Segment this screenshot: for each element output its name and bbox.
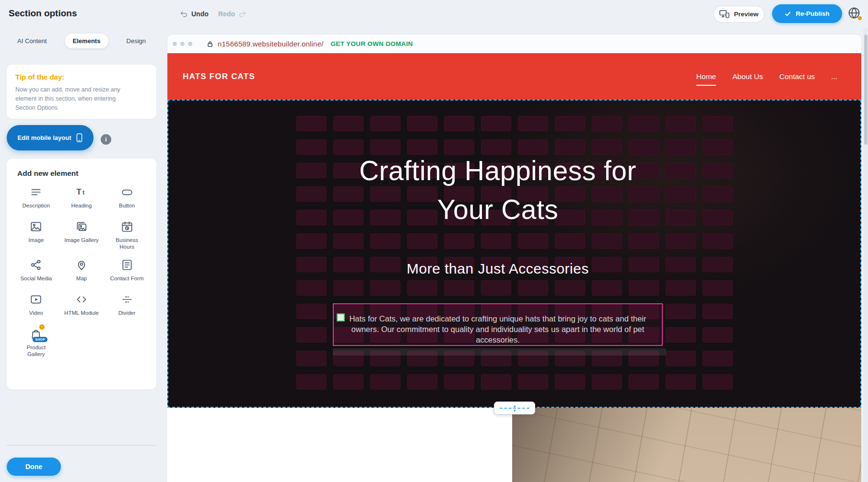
undo-icon [179, 10, 188, 18]
shop-badge: SHOP [33, 337, 47, 342]
image-gallery-icon [75, 220, 88, 233]
add-element-social-media[interactable]: Social Media [13, 258, 59, 285]
notification-dot [858, 16, 862, 20]
nav-contact-us[interactable]: Contact us [779, 72, 815, 81]
svg-text:t: t [82, 189, 84, 196]
add-element-contact-form[interactable]: Contact Form [104, 258, 150, 285]
get-your-own-domain-link[interactable]: GET YOUR OWN DOMAIN [331, 40, 413, 47]
window-dot [173, 42, 177, 46]
hero-subheading[interactable]: More than Just Accessories [333, 261, 663, 277]
devices-icon [719, 10, 729, 18]
window-dot [188, 42, 192, 46]
element-label: Description [23, 202, 50, 209]
tab-ai-content[interactable]: AI Content [17, 34, 47, 48]
hero-body-text: Hats for Cats, we are dedicated to craft… [334, 304, 662, 345]
business-hours-icon [120, 220, 134, 233]
map-icon [75, 258, 88, 272]
site-nav: Home About Us Contact us ... [696, 72, 837, 81]
add-element-business-hours[interactable]: Business Hours [104, 220, 150, 251]
divider-icon [120, 293, 134, 306]
element-label: Image Gallery [64, 237, 99, 243]
social-media-icon [29, 258, 43, 272]
check-icon [785, 11, 791, 17]
product-gallery-icon: SHOP ↑ [29, 327, 43, 341]
element-label: Image [28, 237, 44, 243]
redo-button[interactable]: Redo [218, 8, 247, 20]
add-element-html-module[interactable]: HTML Module [59, 293, 105, 320]
preview-button[interactable]: Preview [714, 6, 764, 23]
contact-form-icon [120, 258, 134, 272]
arrow-up-icon: ▴ [514, 404, 516, 407]
add-element-image[interactable]: Image [13, 220, 59, 251]
element-hover-ghost [333, 348, 666, 356]
add-element-divider[interactable]: Divider [104, 293, 150, 320]
element-label: Contact Form [110, 275, 144, 282]
scrollbar-thumb[interactable] [864, 34, 868, 145]
element-label: Product Gallery [17, 344, 55, 358]
nav-home[interactable]: Home [696, 72, 716, 81]
element-grid: Description Tt Heading Button Image Imag… [13, 185, 150, 358]
element-resize-handle[interactable] [337, 313, 345, 321]
next-section-blank[interactable] [167, 408, 512, 482]
add-element-map[interactable]: Map [59, 258, 105, 285]
heading-icon: Tt [75, 185, 88, 199]
site-url: n1566589.websitebuilder.online/ [218, 40, 324, 48]
tab-design[interactable]: Design [127, 34, 146, 48]
next-section-photo[interactable] [512, 408, 861, 482]
language-globe-button[interactable] [847, 6, 862, 21]
lock-icon [207, 41, 213, 47]
redo-label: Redo [218, 10, 235, 18]
selected-text-element[interactable]: Hats for Cats, we are dedicated to craft… [333, 303, 663, 346]
republish-button[interactable]: Re-Publish [772, 4, 842, 23]
element-label: Button [119, 202, 135, 209]
upgrade-badge: ↑ [39, 324, 45, 330]
element-label: Heading [71, 202, 92, 209]
button-icon [120, 185, 134, 199]
add-element-video[interactable]: Video [13, 293, 59, 320]
tip-title: Tip of the day: [15, 73, 148, 81]
republish-label: Re-Publish [796, 10, 830, 17]
add-element-button[interactable]: Button [104, 185, 150, 212]
undo-button[interactable]: Undo [179, 8, 209, 20]
element-label: Social Media [20, 275, 52, 282]
preview-label: Preview [734, 11, 758, 18]
description-icon [29, 185, 43, 199]
canvas-scrollbar [863, 28, 868, 482]
nav-more-menu[interactable]: ... [831, 72, 837, 81]
element-label: HTML Module [64, 310, 99, 316]
undo-label: Undo [191, 10, 209, 18]
tip-body: Now you can add, move and resize any ele… [15, 85, 137, 112]
add-element-description[interactable]: Description [13, 185, 59, 212]
svg-text:T: T [76, 187, 82, 196]
sidebar-divider [7, 445, 156, 446]
section-resize-handle[interactable]: ▴ ▾ [494, 402, 535, 414]
redo-icon [238, 10, 247, 18]
site-header: HATS FOR CATS Home About Us Contact us .… [167, 53, 861, 100]
edit-mobile-layout-button[interactable]: Edit mobile layout [7, 125, 94, 150]
hero-section[interactable]: Crafting Happiness for Your Cats More th… [167, 100, 861, 408]
nav-about-us[interactable]: About Us [732, 72, 763, 81]
hero-heading[interactable]: Crafting Happiness for Your Cats [304, 151, 692, 229]
hero-content: Crafting Happiness for Your Cats More th… [333, 100, 663, 408]
site-logo[interactable]: HATS FOR CATS [183, 72, 255, 81]
phone-icon [76, 133, 82, 142]
window-dot [180, 42, 185, 46]
element-label: Video [29, 310, 43, 316]
add-element-image-gallery[interactable]: Image Gallery [59, 220, 105, 251]
hero-heading-line2: Your Cats [304, 190, 692, 229]
edit-mobile-layout-label: Edit mobile layout [18, 134, 71, 141]
tab-elements[interactable]: Elements [65, 34, 109, 48]
element-label: Map [76, 275, 87, 282]
add-new-element-panel: Add new element Description Tt Heading B… [7, 159, 156, 390]
sidebar-tabs: AI Content Elements Design [17, 34, 146, 48]
add-element-heading[interactable]: Tt Heading [59, 185, 105, 212]
info-icon[interactable]: i [101, 134, 111, 145]
video-icon [29, 293, 43, 306]
hero-heading-line1: Crafting Happiness for [304, 151, 692, 190]
page-title: Section options [9, 8, 77, 19]
element-label: Divider [118, 310, 136, 316]
browser-chrome-bar: n1566589.websitebuilder.online/ GET YOUR… [167, 34, 861, 53]
add-element-product-gallery[interactable]: SHOP ↑ Product Gallery [13, 327, 59, 358]
done-button[interactable]: Done [7, 458, 61, 476]
add-element-title: Add new element [17, 169, 150, 178]
